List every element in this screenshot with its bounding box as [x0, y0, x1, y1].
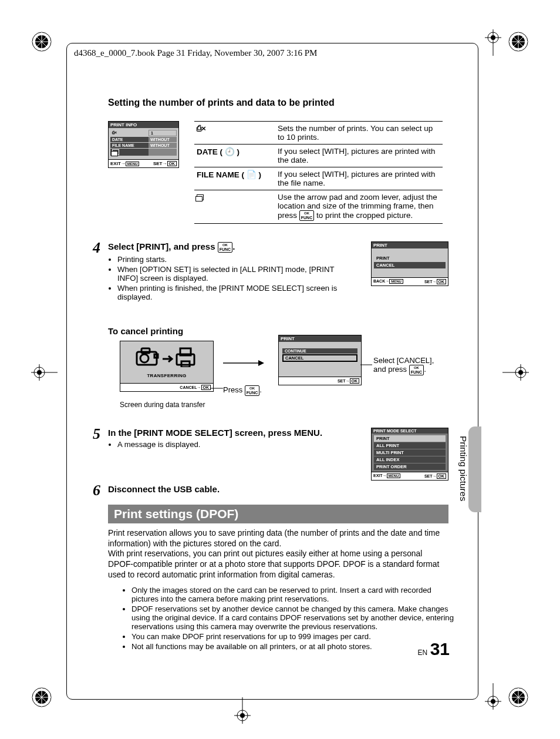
spec-label: ⎙×: [194, 122, 275, 145]
cancel-label: CANCEL: [180, 385, 197, 389]
ok-func-button-icon: OKFUNC: [299, 210, 314, 221]
spec-label: FILE NAME ( 📄 ): [194, 167, 275, 190]
print-info-foot-left: EXIT→MENU: [110, 161, 139, 166]
dialog-foot-left: EXIT→MENU: [373, 473, 400, 479]
dialog-item-selected: CONTINUE: [282, 348, 357, 354]
reg-mark-cross: [481, 683, 505, 710]
print-dialog-screen: PRINT PRINT CANCEL BACK→MENU SET→OK: [371, 241, 448, 286]
step4-bullet: When printing is finished, the [PRINT MO…: [117, 284, 340, 301]
transfer-caption: Screen during data transfer: [120, 401, 205, 409]
dialog-item: MULTI PRINT: [374, 449, 446, 456]
reg-mark-corner: [508, 31, 529, 52]
callout-line: [210, 388, 223, 389]
ok-func-button-icon: OKFUNC: [409, 365, 424, 375]
dialog-item-selected: CANCEL: [374, 262, 446, 268]
arrow-icon: [223, 357, 264, 369]
dialog-title: PRINT: [279, 335, 361, 342]
print-info-screen: PRINT INFO ⎙×1 DATEWITHOUT FILE NAMEWITH…: [108, 121, 179, 168]
svg-rect-46: [141, 348, 150, 353]
step-number: 5: [93, 425, 100, 443]
svg-point-39: [491, 35, 495, 40]
dpof-bullet: Not all functions may be available on al…: [131, 642, 460, 651]
select-cancel-instruction: Select [CANCEL], and press OKFUNC.: [373, 356, 444, 375]
dialog-foot-right: SET→OK: [424, 279, 446, 284]
press-instruction: Press OKFUNC.: [223, 385, 262, 396]
camera-to-printer-icon: [134, 346, 199, 367]
reg-mark-corner: [31, 31, 52, 52]
print-info-row-label: ⎙×: [110, 130, 149, 136]
reg-mark-cross: [231, 697, 254, 724]
step-number: 4: [93, 239, 100, 257]
svg-point-43: [491, 699, 495, 704]
svg-point-27: [37, 370, 42, 375]
crop-icon: [194, 190, 275, 224]
ok-func-button-icon: OKFUNC: [245, 385, 259, 396]
callout-line: [360, 364, 372, 365]
print-info-row-label: FILE NAME: [110, 143, 149, 148]
step4-bullet: When [OPTION SET] is selected in [ALL PR…: [117, 265, 340, 283]
dpof-section-title: Print settings (DPOF): [108, 505, 448, 523]
dialog-item: PRINT ORDER: [374, 463, 446, 470]
dpof-paragraph: Print reservation allows you to save pri…: [108, 528, 448, 549]
section-heading: Setting the number of prints and data to…: [108, 98, 448, 108]
spec-desc: If you select [WITH], pictures are print…: [275, 145, 443, 167]
section-tab-label: Printing pictures: [458, 436, 468, 501]
svg-point-35: [240, 713, 245, 718]
dialog-foot-left: BACK→MENU: [373, 279, 403, 284]
reg-mark-corner: [508, 687, 529, 708]
dpof-bullet: Only the images stored on the card can b…: [131, 586, 460, 603]
print-mode-select-screen: PRINT MODE SELECT PRINT ALL PRINT MULTI …: [371, 428, 448, 481]
header-file-info: d4368_e_0000_7.book Page 31 Friday, Nove…: [74, 48, 317, 58]
step-number: 6: [93, 482, 100, 499]
print-info-row-value: 1: [149, 130, 177, 136]
dpof-paragraph: With print reservations, you can print o…: [108, 549, 448, 580]
reg-mark-cross: [481, 29, 505, 56]
reg-mark-cross: [31, 361, 58, 384]
dialog-title: PRINT MODE SELECT: [372, 428, 448, 434]
dpof-bullet: DPOF reservations set by another device …: [131, 604, 460, 631]
page-number: EN 31: [418, 639, 450, 659]
dialog-item: ALL INDEX: [374, 456, 446, 463]
dialog-item-selected: PRINT: [374, 435, 446, 442]
dialog-item: ALL PRINT: [374, 442, 446, 449]
print-info-row-value: WITHOUT: [149, 143, 177, 148]
step6-heading: Disconnect the USB cable.: [108, 484, 448, 494]
ok-func-button-icon: OKFUNC: [218, 242, 232, 253]
print-info-foot-right: SET→OK: [153, 161, 177, 166]
svg-marker-53: [258, 360, 264, 366]
settings-table: ⎙×Sets the number of prints. You can sel…: [194, 121, 443, 224]
spec-label: DATE ( 🕘 ): [194, 145, 275, 167]
print-info-row-value: WITHOUT: [149, 137, 177, 142]
reg-mark-cross: [502, 361, 529, 384]
step4-bullet: Printing starts.: [117, 255, 340, 264]
transferring-screen: TRANSFERRING CANCEL→OK: [120, 341, 214, 392]
dialog-foot-right: SET→OK: [424, 473, 446, 479]
spec-desc: If you select [WITH], pictures are print…: [275, 167, 443, 190]
svg-point-31: [518, 370, 523, 375]
dialog-item-outlined: CANCEL: [282, 354, 357, 362]
print-info-row-label: DATE: [110, 137, 149, 142]
dpof-bullet: You can make DPOF print reservations for…: [131, 632, 460, 641]
print-continue-screen: PRINT CONTINUE CANCEL SET→OK: [278, 335, 362, 385]
svg-point-45: [140, 354, 149, 362]
dialog-foot-right: SET→OK: [338, 378, 359, 384]
dialog-title: PRINT: [372, 242, 448, 248]
spec-desc: Sets the number of prints. You can selec…: [275, 122, 443, 145]
transferring-label: TRANSFERRING: [123, 373, 211, 378]
reg-mark-corner: [31, 687, 52, 708]
dialog-item: PRINT: [374, 255, 446, 261]
print-info-title: PRINT INFO: [109, 122, 178, 128]
spec-desc: Use the arrow pad and zoom lever, adjust…: [275, 190, 443, 224]
crop-icon: [110, 149, 149, 156]
section-tab: [468, 426, 481, 512]
